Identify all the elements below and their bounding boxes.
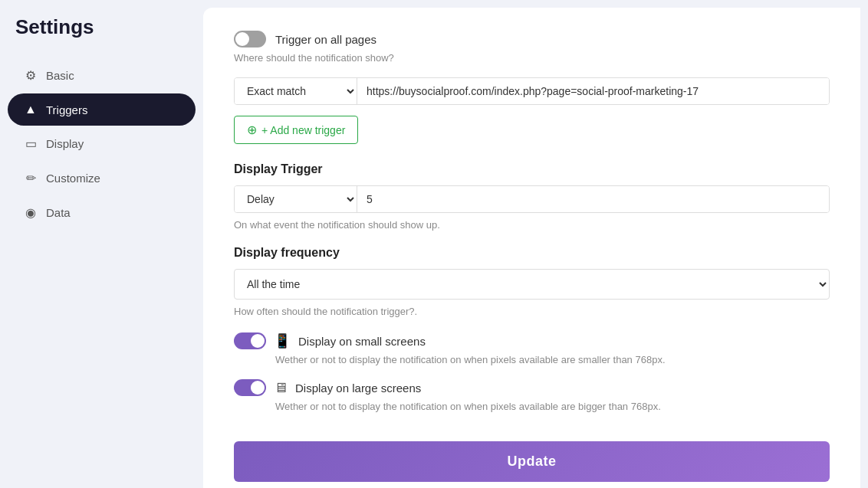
large-screens-toggle-thumb — [251, 381, 265, 395]
sidebar-item-label: Display — [46, 137, 84, 150]
small-screens-toggle[interactable] — [234, 332, 266, 349]
large-screens-toggle-track[interactable] — [234, 379, 266, 396]
customize-icon: ✏ — [23, 171, 38, 185]
trigger-url-input[interactable] — [357, 78, 829, 104]
trigger-all-pages-toggle[interactable] — [234, 31, 266, 47]
sidebar-item-triggers[interactable]: ▲ Triggers — [8, 93, 196, 126]
data-icon: ◉ — [23, 205, 38, 220]
sidebar-item-label: Customize — [46, 172, 100, 185]
delay-value-input[interactable] — [357, 186, 829, 212]
large-screens-label: Display on large screens — [295, 382, 421, 395]
sidebar-item-label: Data — [46, 206, 71, 219]
update-button-label: Update — [507, 454, 556, 469]
trigger-url-row: Exact match Contains Starts with Regex — [234, 77, 830, 105]
trigger-all-pages-label: Trigger on all pages — [275, 33, 376, 46]
sidebar-item-display[interactable]: ▭ Display — [8, 127, 196, 160]
trigger-match-select[interactable]: Exact match Contains Starts with Regex — [235, 78, 357, 104]
desktop-icon: 🖥 — [274, 380, 288, 396]
sidebar-item-basic[interactable]: ⚙ Basic — [8, 59, 196, 92]
mobile-icon: 📱 — [274, 332, 291, 349]
triggers-icon: ▲ — [23, 103, 38, 116]
display-trigger-title: Display Trigger — [234, 162, 830, 176]
display-frequency-title: Display frequency — [234, 246, 830, 260]
frequency-hint: How often should the notification trigge… — [234, 306, 830, 317]
delay-row: Delay Scroll Click Exit — [234, 185, 830, 213]
update-button[interactable]: Update — [234, 441, 830, 482]
trigger-all-pages-subtitle: Where should the notification show? — [234, 52, 830, 64]
add-trigger-button[interactable]: ⊕ + Add new trigger — [234, 116, 358, 144]
large-screens-subtitle: Wether or not to display the notificatio… — [275, 401, 830, 412]
sidebar-item-data[interactable]: ◉ Data — [8, 196, 196, 229]
large-screens-toggle[interactable] — [234, 379, 266, 396]
delay-hint: On what event the notification should sh… — [234, 219, 830, 231]
large-screens-row: 🖥 Display on large screens — [234, 379, 830, 396]
small-screens-row: 📱 Display on small screens — [234, 332, 830, 349]
display-icon: ▭ — [23, 136, 38, 151]
page-title: Settings — [0, 15, 203, 57]
small-screens-toggle-track[interactable] — [234, 332, 266, 349]
main-content: Trigger on all pages Where should the no… — [203, 8, 860, 488]
sidebar: Settings ⚙ Basic ▲ Triggers ▭ Display ✏ … — [0, 0, 203, 488]
sidebar-item-label: Basic — [46, 69, 74, 82]
plus-circle-icon: ⊕ — [247, 123, 257, 137]
gear-icon: ⚙ — [23, 68, 38, 83]
toggle-track[interactable] — [234, 31, 266, 47]
trigger-all-pages-row: Trigger on all pages — [234, 31, 830, 47]
add-trigger-label: + Add new trigger — [261, 124, 345, 136]
small-screens-toggle-thumb — [251, 334, 265, 348]
frequency-select[interactable]: All the time Once per session Once per d… — [234, 269, 830, 300]
toggle-thumb — [235, 32, 249, 46]
small-screens-label: Display on small screens — [298, 335, 426, 348]
sidebar-item-customize[interactable]: ✏ Customize — [8, 162, 196, 195]
sidebar-item-label: Triggers — [46, 103, 87, 116]
small-screens-subtitle: Wether or not to display the notificatio… — [275, 354, 830, 365]
delay-type-select[interactable]: Delay Scroll Click Exit — [235, 186, 357, 212]
